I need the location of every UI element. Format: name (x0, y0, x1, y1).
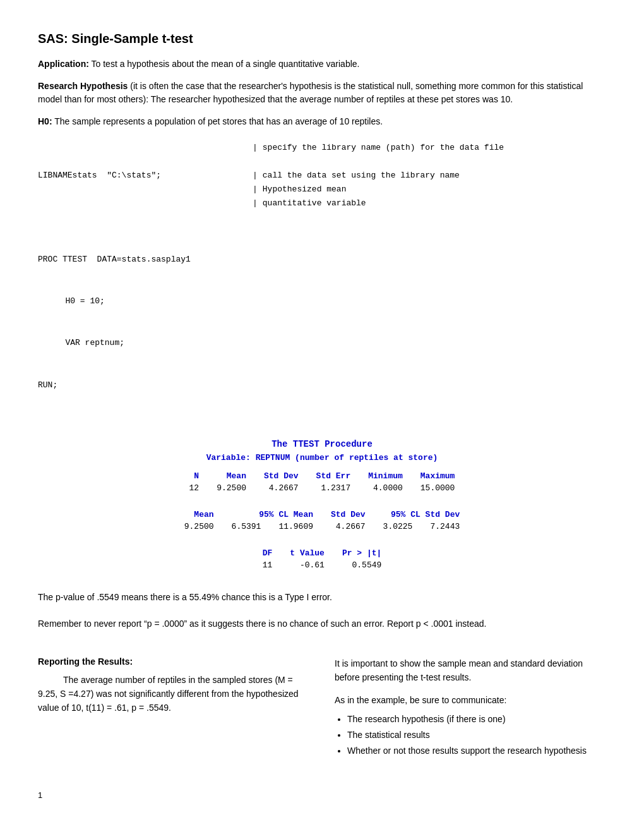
p-note-2: Remember to never report “p = .0000” as … (38, 617, 606, 631)
col-minimum: Minimum (359, 470, 412, 482)
val-stddev: 4.2667 (255, 482, 307, 494)
bullet-item-1: The research hypothesis (if there is one… (347, 711, 606, 727)
val-n: 12 (181, 482, 208, 494)
code-left: LIBNAMEstats "C:\stats"; PROC TTEST DATA… (38, 141, 240, 420)
col-stddev: Std Dev (255, 470, 307, 482)
code-comment-1: | specify the library name (path) for th… (253, 141, 606, 155)
val2-mean: 9.2500 (176, 521, 223, 533)
code-line-1: LIBNAMEstats "C:\stats"; (38, 169, 240, 183)
val-mean: 9.2500 (208, 482, 255, 494)
h0-section: H0: The sample represents a population o… (38, 115, 606, 128)
right-note-2: As in the example, be sure to communicat… (335, 693, 606, 707)
page-title: SAS: Single-Sample t-test (38, 32, 606, 46)
val-minimum: 4.0000 (359, 482, 412, 494)
val-maximum: 15.0000 (412, 482, 464, 494)
bullet-item-3: Whether or not those results support the… (347, 743, 606, 759)
reporting-title: Reporting the Results: (38, 656, 309, 667)
pipe-icon-3: | (253, 183, 258, 196)
code-comment-blank (253, 155, 606, 169)
application-section: Application: To test a hypothesis about … (38, 57, 606, 71)
stats-table-3: DF t Value Pr > |t| 11 -0.61 0.5549 (254, 547, 391, 571)
col-stderr: Std Err (307, 470, 360, 482)
col3-tval: t Value (281, 547, 333, 559)
code-line-6: RUN; (38, 378, 240, 392)
val-stderr: 1.2317 (307, 482, 360, 494)
right-note-1: It is important to show the sample mean … (335, 656, 606, 685)
code-line-2 (38, 210, 240, 224)
val2-stddev: 4.2667 (322, 521, 374, 533)
col2-cl-stddev: 95% CL Std Dev (374, 509, 469, 521)
code-line-4: H0 = 10; (38, 294, 240, 308)
application-text: To test a hypothesis about the mean of a… (89, 59, 360, 69)
pipe-icon: | (253, 141, 258, 155)
reporting-text: The average number of reptiles in the sa… (38, 673, 309, 715)
pipe-icon-2: | (253, 169, 258, 183)
col3-pr: Pr > |t| (333, 547, 390, 559)
table1-data-row: 12 9.2500 4.2667 1.2317 4.0000 15.0000 (181, 482, 464, 494)
ttest-procedure-title: The TTEST Procedure (38, 439, 606, 449)
code-right: | specify the library name (path) for th… (240, 141, 606, 420)
code-comment-4: | Hypothesized mean (253, 183, 606, 196)
code-line-5: VAR reptnum; (38, 336, 240, 350)
val3-pr: 0.5549 (333, 559, 390, 571)
col-mean: Mean (208, 470, 255, 482)
code-comment-3: | call the data set using the library na… (253, 169, 606, 183)
page-number: 1 (38, 790, 606, 800)
ttest-variable-line: Variable: REPTNUM (number of reptiles at… (38, 453, 606, 462)
table1-header-row: N Mean Std Dev Std Err Minimum Maximum (181, 470, 464, 482)
ttest-container: The TTEST Procedure Variable: REPTNUM (n… (38, 439, 606, 571)
val2-cl-std-high: 7.2443 (421, 521, 468, 533)
results-right: It is important to show the sample mean … (335, 656, 606, 759)
col2-stddev: Std Dev (322, 509, 374, 521)
col2-cl-mean: 95% CL Mean (223, 509, 322, 521)
research-hypothesis-section: Research Hypothesis (it is often the cas… (38, 80, 606, 106)
bullet-item-2: The statistical results (347, 727, 606, 743)
table2-header-row: Mean 95% CL Mean Std Dev 95% CL Std Dev (176, 509, 468, 521)
code-line-3: PROC TTEST DATA=stats.sasplay1 (38, 253, 240, 267)
col2-mean: Mean (176, 509, 223, 521)
stats-table-1: N Mean Std Dev Std Err Minimum Maximum 1… (181, 470, 464, 494)
val2-cl-high: 11.9609 (270, 521, 322, 533)
col3-df: DF (254, 547, 282, 559)
h0-text: The sample represents a population of pe… (52, 116, 383, 126)
table3-header-row: DF t Value Pr > |t| (254, 547, 391, 559)
research-label: Research Hypothesis (38, 81, 128, 91)
application-label: Application: (38, 59, 89, 69)
code-comment-5: | quantitative variable (253, 196, 606, 210)
val2-cl-std-low: 3.0225 (374, 521, 422, 533)
stats-table-2: Mean 95% CL Mean Std Dev 95% CL Std Dev … (176, 509, 468, 533)
h0-label: H0: (38, 116, 52, 126)
val3-tval: -0.61 (281, 559, 333, 571)
results-section: Reporting the Results: The average numbe… (38, 656, 606, 759)
p-note-1: The p-value of .5549 means there is a 55… (38, 590, 606, 604)
code-block: LIBNAMEstats "C:\stats"; PROC TTEST DATA… (38, 141, 606, 420)
col-maximum: Maximum (412, 470, 464, 482)
val2-cl-low: 6.5391 (223, 521, 270, 533)
val3-df: 11 (254, 559, 282, 571)
pipe-icon-4: | (253, 196, 258, 210)
col-n: N (181, 470, 208, 482)
results-left: Reporting the Results: The average numbe… (38, 656, 309, 759)
table2-data-row: 9.2500 6.5391 11.9609 4.2667 3.0225 7.24… (176, 521, 468, 533)
bullet-list: The research hypothesis (if there is one… (347, 711, 606, 759)
table3-data-row: 11 -0.61 0.5549 (254, 559, 391, 571)
